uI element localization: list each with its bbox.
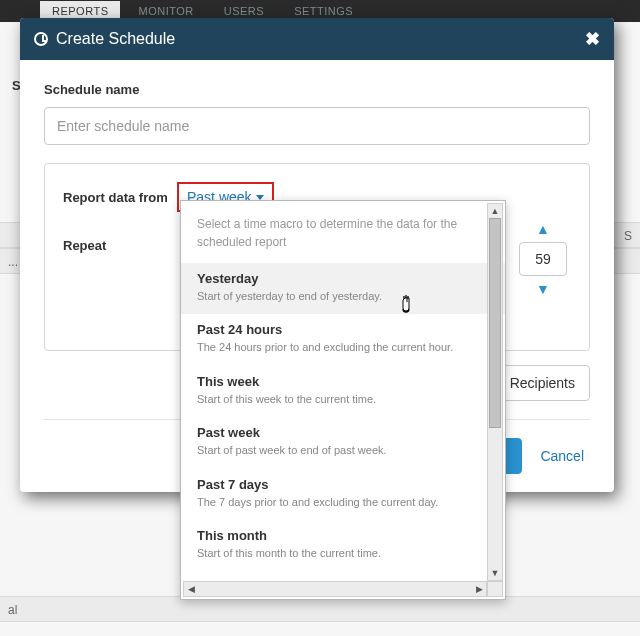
stage: REPORTS MONITOR USERS SETTINGS S S ... a… [0,0,640,636]
option-desc: The 7 days prior to and excluding the cu… [197,495,489,510]
scroll-corner [487,581,503,597]
bg-total-label: al [8,603,17,617]
chevron-up-icon[interactable]: ▲ [534,220,552,238]
timeframe-option[interactable]: Past weekStart of past week to end of pa… [181,417,505,468]
vertical-scrollbar[interactable]: ▲ ▼ [487,203,503,581]
scroll-up-arrow-icon[interactable]: ▲ [488,204,502,218]
horizontal-scrollbar[interactable]: ◀ ▶ [183,581,487,597]
bg-right-s: S [624,229,632,243]
option-desc: Start of yesterday to end of yesterday. [197,289,489,304]
modal-header: Create Schedule ✖ [20,18,614,60]
option-desc: The 24 hours prior to and excluding the … [197,340,489,355]
close-icon[interactable]: ✖ [585,28,600,50]
schedule-name-label: Schedule name [44,82,590,97]
timeframe-option[interactable]: Past 7 daysThe 7 days prior to and exclu… [181,469,505,520]
timeframe-option[interactable]: Past 24 hoursThe 24 hours prior to and e… [181,314,505,365]
scroll-thumb[interactable] [489,218,501,428]
option-title: Past 7 days [197,477,489,492]
timeframe-option[interactable]: This monthStart of this month to the cur… [181,520,505,571]
time-stepper: ▲ 59 ▼ [515,220,571,298]
scroll-right-arrow-icon[interactable]: ▶ [472,582,486,596]
timeframe-popover: Select a time macro to determine the dat… [180,200,506,600]
option-title: Past 24 hours [197,322,489,337]
modal-title: Create Schedule [56,30,175,48]
option-desc: Start of past week to end of past week. [197,443,489,458]
time-value-box[interactable]: 59 [519,242,567,276]
cancel-button[interactable]: Cancel [534,448,590,464]
chevron-down-icon[interactable]: ▼ [534,280,552,298]
option-title: This month [197,528,489,543]
timeframe-option[interactable]: YesterdayStart of yesterday to end of ye… [181,263,505,314]
report-from-label: Report data from [63,190,183,205]
repeat-label: Repeat [63,230,183,253]
timeframe-option[interactable]: This weekStart of this week to the curre… [181,366,505,417]
option-title: Past week [197,425,489,440]
popover-help-text: Select a time macro to determine the dat… [181,211,505,263]
option-desc: Start of this month to the current time. [197,546,489,561]
option-desc: Start of this week to the current time. [197,392,489,407]
recipients-label: Recipients [510,375,575,391]
clock-icon [34,32,48,46]
caret-down-icon [256,195,264,200]
scroll-left-arrow-icon[interactable]: ◀ [184,582,198,596]
option-title: This week [197,374,489,389]
time-value: 59 [535,251,551,267]
bg-dots: ... [8,255,18,269]
scroll-down-arrow-icon[interactable]: ▼ [488,566,502,580]
option-title: Yesterday [197,271,489,286]
schedule-name-input[interactable] [44,107,590,145]
